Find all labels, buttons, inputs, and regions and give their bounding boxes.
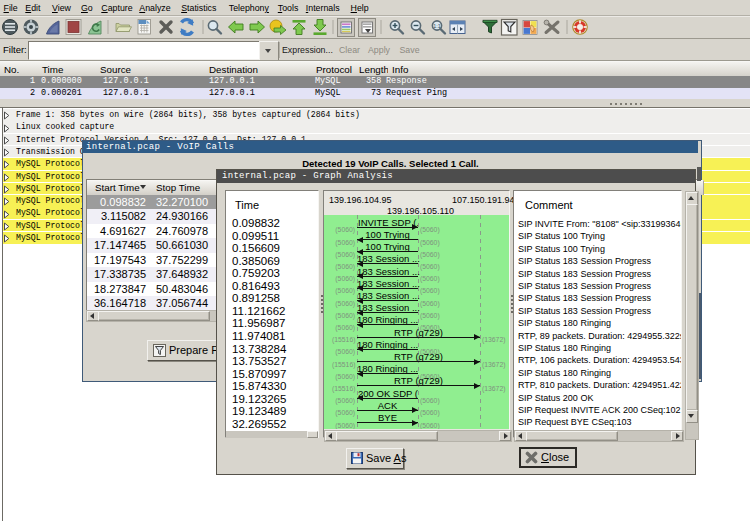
svg-text:1:1: 1:1 (433, 23, 441, 29)
